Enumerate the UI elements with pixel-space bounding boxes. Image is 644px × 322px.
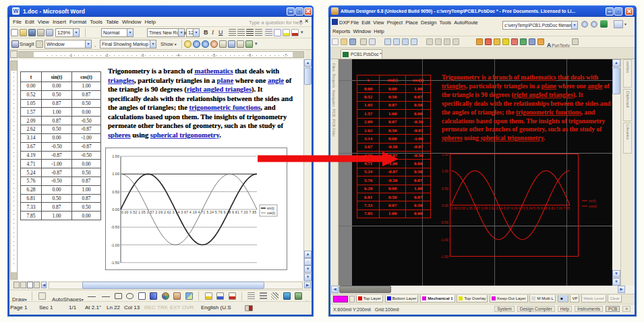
svg-text:-1.50: -1.50 [440,255,448,259]
svg-text:-0.50: -0.50 [111,225,119,229]
svg-text:1.50: 1.50 [112,154,119,158]
svg-text:0.50: 0.50 [442,187,448,191]
svg-text:1.50: 1.50 [442,152,448,156]
svg-text:sin(t): sin(t) [589,199,596,203]
svg-text:-1.00: -1.00 [111,243,119,247]
svg-text:cos(t): cos(t) [589,205,597,208]
svg-text:cos(t): cos(t) [267,212,275,215]
svg-text:0.50: 0.50 [112,190,119,194]
svg-text:0.00: 0.00 [112,207,119,212]
svg-text:1.00: 1.00 [112,172,119,176]
svg-text:0.00 0.52 1.05 1.57 2.09 2.62: 0.00 0.52 1.05 1.57 2.09 2.62 3.14 3.67 … [121,211,256,214]
svg-text:-0.50: -0.50 [440,220,448,224]
svg-text:0.00 0.52 1.05 1.57 2.09 2.62: 0.00 0.52 1.05 1.57 2.09 2.62 3.14 3.67 … [451,207,570,210]
svg-text:-1.50: -1.50 [111,261,119,265]
svg-text:0.00: 0.00 [442,203,448,207]
svg-text:sin(t): sin(t) [267,207,274,210]
svg-text:1.00: 1.00 [442,169,448,173]
svg-text:-1.00: -1.00 [440,238,448,242]
